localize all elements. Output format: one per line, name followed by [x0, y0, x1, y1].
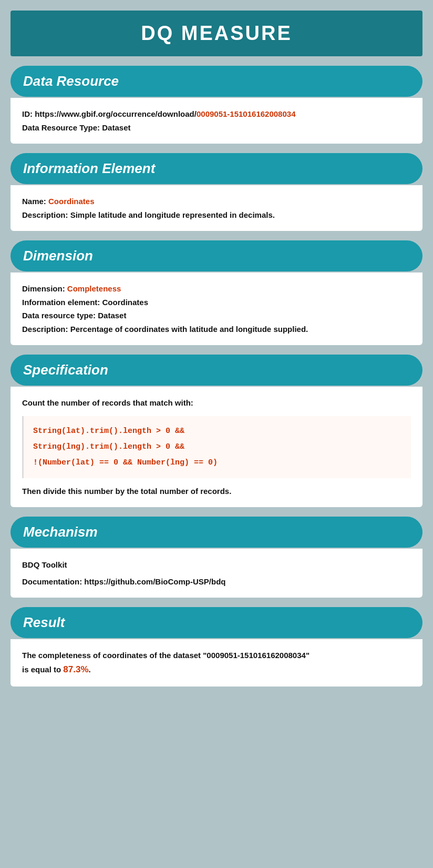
mechanism-header: Mechanism	[11, 517, 422, 548]
dimension-body: Dimension: Completeness Information elem…	[11, 272, 422, 345]
result-title: Result	[23, 614, 65, 631]
dimension-title: Dimension	[23, 248, 93, 264]
name-highlight: Coordinates	[48, 197, 95, 206]
specification-section: Specification Count the number of record…	[11, 355, 422, 507]
mechanism-section: Mechanism BDQ Toolkit Documentation: htt…	[11, 517, 422, 598]
info-element-name: Name: Coordinates	[22, 195, 411, 208]
dimension-section: Dimension Dimension: Completeness Inform…	[11, 240, 422, 345]
data-resource-header: Data Resource	[11, 66, 422, 97]
data-resource-section: Data Resource ID: https://www.gbif.org/o…	[11, 66, 422, 144]
specification-title: Specification	[23, 362, 108, 378]
result-text: The completeness of coordinates of the d…	[22, 649, 411, 677]
result-text-part2: is equal to	[22, 665, 63, 674]
dimension-header: Dimension	[11, 240, 422, 271]
specification-code-block: String(lat).trim().length > 0 && String(…	[22, 416, 411, 478]
name-prefix: Name:	[22, 197, 48, 206]
result-text-part3: .	[89, 665, 91, 674]
result-section: Result The completeness of coordinates o…	[11, 607, 422, 687]
id-highlight: 0009051-151016162008034	[197, 109, 296, 118]
dimension-resource-type: Data resource type: Dataset	[22, 309, 411, 322]
dimension-name: Dimension: Completeness	[22, 282, 411, 296]
dimension-highlight: Completeness	[67, 284, 121, 293]
specification-header: Specification	[11, 355, 422, 386]
information-element-title: Information Element	[23, 160, 155, 177]
main-title-bar: DQ MEASURE	[11, 11, 422, 56]
information-element-body: Name: Coordinates Description: Simple la…	[11, 185, 422, 231]
information-element-header: Information Element	[11, 153, 422, 184]
data-resource-body: ID: https://www.gbif.org/occurrence/down…	[11, 98, 422, 144]
result-value: 87.3%	[63, 664, 88, 674]
specification-conclusion: Then divide this number by the total num…	[22, 485, 411, 498]
main-title: DQ MEASURE	[141, 22, 292, 44]
data-resource-id: ID: https://www.gbif.org/occurrence/down…	[22, 107, 411, 121]
page-container: DQ MEASURE Data Resource ID: https://www…	[0, 0, 433, 868]
code-line-3: !(Number(lat) == 0 && Number(lng) == 0)	[33, 455, 401, 471]
code-line-1: String(lat).trim().length > 0 &&	[33, 423, 401, 439]
id-prefix: ID: https://www.gbif.org/occurrence/down…	[22, 109, 197, 118]
information-element-section: Information Element Name: Coordinates De…	[11, 153, 422, 231]
data-resource-type: Data Resource Type: Dataset	[22, 121, 411, 135]
data-resource-title: Data Resource	[23, 73, 119, 89]
dimension-info-element: Information element: Coordinates	[22, 296, 411, 309]
result-body: The completeness of coordinates of the d…	[11, 639, 422, 687]
mechanism-documentation: Documentation: https://github.com/BioCom…	[22, 575, 411, 589]
mechanism-toolkit-name: BDQ Toolkit	[22, 558, 411, 572]
specification-body: Count the number of records that match w…	[11, 387, 422, 507]
result-text-part1: The completeness of coordinates of the d…	[22, 651, 310, 660]
dimension-description: Description: Percentage of coordinates w…	[22, 322, 411, 336]
result-header: Result	[11, 607, 422, 638]
info-element-description: Description: Simple latitude and longitu…	[22, 208, 411, 222]
dimension-prefix: Dimension:	[22, 284, 67, 293]
specification-intro: Count the number of records that match w…	[22, 396, 411, 410]
code-line-2: String(lng).trim().length > 0 &&	[33, 439, 401, 455]
mechanism-title: Mechanism	[23, 524, 98, 540]
mechanism-body: BDQ Toolkit Documentation: https://githu…	[11, 549, 422, 598]
